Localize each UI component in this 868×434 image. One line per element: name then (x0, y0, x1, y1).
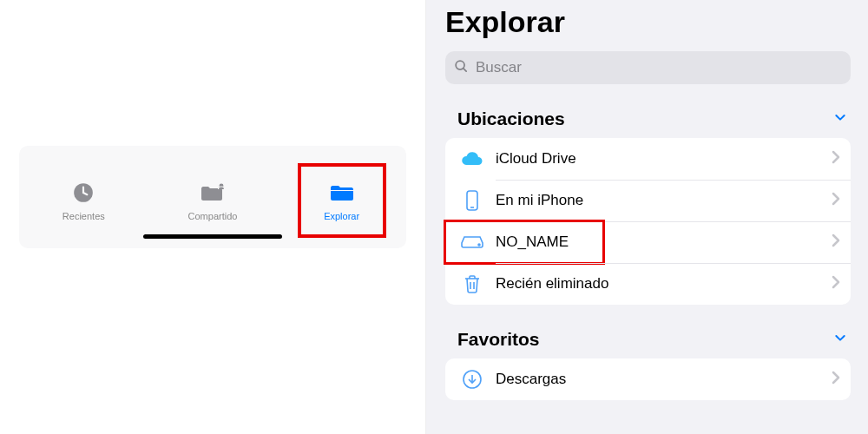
favorite-downloads[interactable]: Descargas (445, 358, 851, 400)
location-noname-drive[interactable]: NO_NAME (445, 221, 851, 263)
tab-label: Compartido (188, 211, 238, 221)
tab-recents[interactable]: Recientes (40, 163, 127, 238)
section-header-locations[interactable]: Ubicaciones (445, 103, 851, 138)
cloud-icon (459, 151, 485, 167)
search-input[interactable] (476, 59, 842, 76)
chevron-right-icon (832, 150, 840, 168)
section-header-favorites[interactable]: Favoritos (445, 324, 851, 358)
favorites-list: Descargas (445, 358, 851, 400)
locations-list: iCloud Drive En mi iPhone (445, 138, 851, 305)
location-icloud-drive[interactable]: iCloud Drive (445, 138, 851, 180)
browse-panel: Explorar Ubicaciones iCloud Drive (425, 0, 868, 434)
tab-label: Recientes (62, 211, 105, 221)
tab-label: Explorar (324, 211, 359, 221)
search-icon (454, 59, 469, 77)
svg-line-3 (464, 68, 467, 71)
trash-icon (459, 274, 485, 293)
section-title: Ubicaciones (457, 108, 565, 129)
chevron-right-icon (832, 192, 840, 209)
svg-point-6 (478, 244, 480, 246)
page-title: Explorar (445, 5, 851, 39)
tab-browse[interactable]: Explorar (299, 163, 385, 238)
home-indicator (143, 234, 282, 239)
chevron-right-icon (832, 371, 840, 388)
tabbar-preview-panel: Recientes Compartido Explorar (0, 0, 425, 434)
search-field[interactable] (445, 51, 851, 84)
clock-icon (70, 180, 96, 206)
row-label: NO_NAME (496, 233, 832, 251)
row-label: Recién eliminado (496, 275, 832, 293)
row-label: Descargas (496, 371, 832, 388)
chevron-right-icon (832, 275, 840, 293)
iphone-icon (459, 190, 485, 211)
bottom-tabbar: Recientes Compartido Explorar (19, 146, 406, 248)
chevron-right-icon (832, 233, 840, 251)
section-title: Favoritos (457, 329, 540, 350)
external-drive-icon (459, 235, 485, 249)
location-recently-deleted[interactable]: Recién eliminado (445, 263, 851, 305)
location-on-my-iphone[interactable]: En mi iPhone (445, 180, 851, 221)
folder-icon (329, 180, 355, 206)
row-label: iCloud Drive (496, 150, 832, 168)
folder-person-icon (200, 180, 226, 206)
chevron-down-icon (833, 110, 847, 128)
download-icon (459, 369, 485, 390)
tab-shared[interactable]: Compartido (169, 163, 256, 238)
chevron-down-icon (833, 331, 847, 348)
row-label: En mi iPhone (496, 192, 832, 209)
